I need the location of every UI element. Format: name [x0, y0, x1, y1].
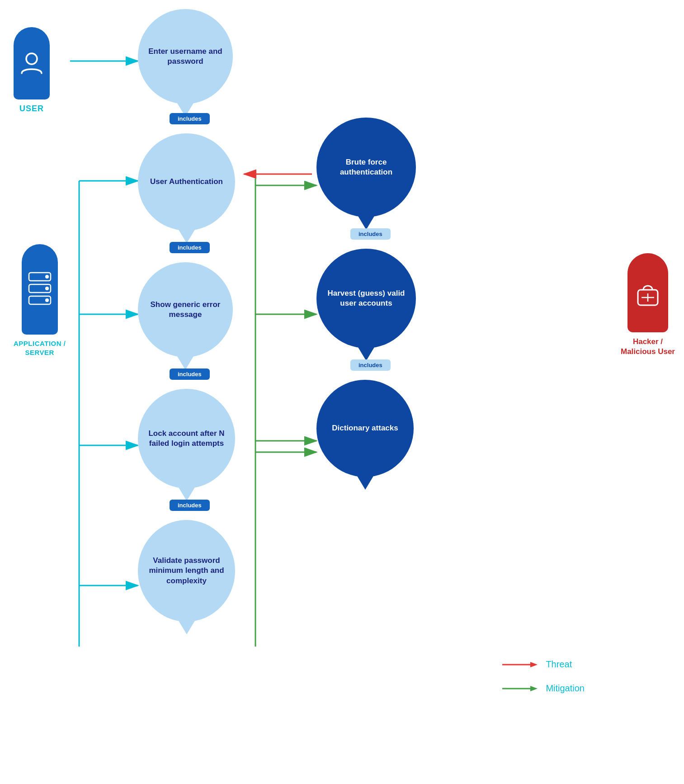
includes-badge-threat-2: includes [350, 359, 391, 371]
svg-point-17 [26, 53, 37, 64]
threat-legend-label: Threat [546, 659, 572, 670]
hacker-label: Hacker / Malicious User [621, 337, 675, 357]
svg-marker-30 [530, 686, 538, 691]
hacker-actor: Hacker / Malicious User [621, 253, 675, 357]
hacker-icon-body [627, 253, 668, 332]
bubble-enter-credentials: Enter username and password [138, 9, 233, 104]
includes-badge-1: includes [170, 113, 210, 124]
bubble-validate-password: Validate password minimum length and com… [138, 520, 235, 622]
bubble-harvest: Harvest (guess) valid user accounts [316, 249, 416, 348]
mitigation-legend-item: Mitigation [502, 683, 585, 694]
svg-point-21 [45, 287, 49, 290]
bubble-user-auth: User Authentication [138, 133, 235, 231]
server-icon-body [22, 244, 58, 335]
server-actor: APPLICATION / SERVER [14, 244, 66, 357]
user-icon-body [14, 27, 50, 99]
svg-point-23 [45, 298, 49, 302]
threat-legend-item: Threat [502, 659, 585, 670]
svg-point-19 [45, 275, 49, 279]
svg-marker-28 [530, 662, 538, 667]
user-label: USER [19, 104, 44, 113]
includes-badge-3: includes [170, 368, 210, 380]
bubble-brute-force: Brute force authentication [316, 118, 416, 217]
server-label: APPLICATION / SERVER [14, 339, 66, 357]
mitigation-legend-label: Mitigation [546, 683, 585, 694]
bubble-dictionary: Dictionary attacks [316, 380, 414, 477]
bubble-lock-account: Lock account after N failed login attemp… [138, 389, 235, 488]
includes-badge-4: includes [170, 500, 210, 511]
bubble-show-error: Show generic error message [138, 262, 233, 357]
user-actor: USER [14, 27, 50, 113]
legend: Threat Mitigation [502, 659, 585, 694]
includes-badge-threat-1: includes [350, 228, 391, 240]
includes-badge-2: includes [170, 242, 210, 253]
